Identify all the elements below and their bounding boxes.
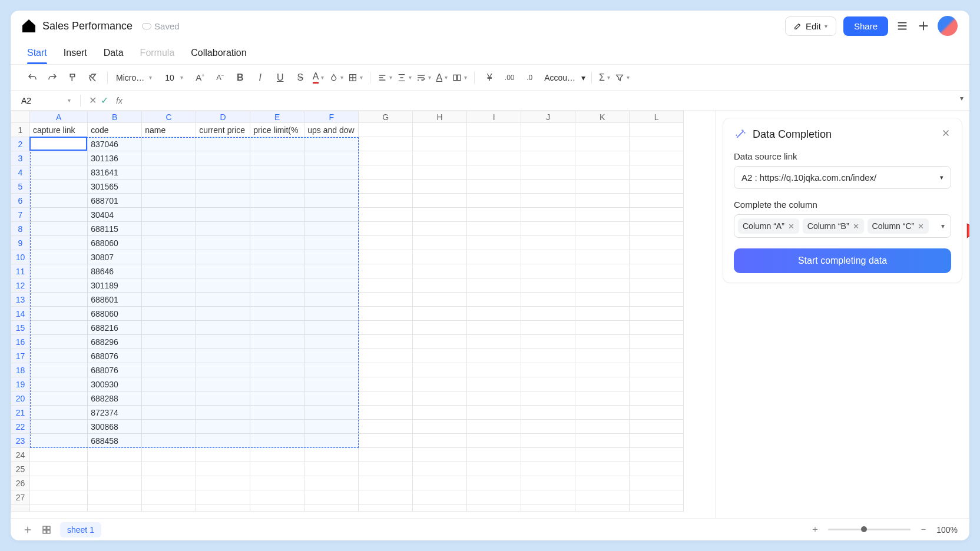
cell-J25[interactable]	[521, 462, 575, 476]
cell-I24[interactable]	[467, 448, 521, 462]
cell-L15[interactable]	[630, 321, 684, 335]
cell-J11[interactable]	[521, 264, 575, 278]
cell-D16[interactable]	[196, 335, 250, 349]
row-header-17[interactable]: 17	[11, 349, 30, 363]
cell-F27[interactable]	[304, 490, 359, 504]
cell-J6[interactable]	[521, 194, 575, 208]
cell-D2[interactable]	[196, 137, 250, 151]
column-chip[interactable]: Column “B”✕	[803, 218, 864, 234]
decimal-button[interactable]: .0	[521, 69, 538, 87]
cell-reference-box[interactable]: A2	[21, 96, 74, 105]
cell-A12[interactable]	[30, 278, 88, 293]
percent-button[interactable]: .00	[501, 69, 518, 87]
cell-I14[interactable]	[467, 307, 521, 321]
cell-G26[interactable]	[359, 476, 413, 490]
cell-H3[interactable]	[413, 151, 467, 165]
cell-K1[interactable]	[575, 123, 630, 137]
cell-B6[interactable]: 688701	[88, 194, 142, 208]
col-header-B[interactable]: B	[88, 111, 142, 123]
cell-B7[interactable]: 30404	[88, 208, 142, 222]
cell-C23[interactable]	[142, 434, 196, 448]
cell-H22[interactable]	[413, 420, 467, 434]
cell-E1[interactable]: price limit(%	[250, 123, 304, 137]
cell-C14[interactable]	[142, 307, 196, 321]
cell-L25[interactable]	[630, 462, 684, 476]
cell-L2[interactable]	[630, 137, 684, 151]
cell-G22[interactable]	[359, 420, 413, 434]
row-header-23[interactable]: 23	[11, 434, 30, 448]
cell-J4[interactable]	[521, 165, 575, 180]
cell-I23[interactable]	[467, 434, 521, 448]
cell-L26[interactable]	[630, 476, 684, 490]
row-header-1[interactable]: 1	[11, 123, 30, 137]
cell-K3[interactable]	[575, 151, 630, 165]
cell-J16[interactable]	[521, 335, 575, 349]
clear-format-button[interactable]	[84, 69, 101, 87]
row-header-15[interactable]: 15	[11, 321, 30, 335]
col-header-E[interactable]: E	[250, 111, 304, 123]
cell-G10[interactable]	[359, 250, 413, 264]
cell-H5[interactable]	[413, 180, 467, 194]
cell-C24[interactable]	[142, 448, 196, 462]
cell-J19[interactable]	[521, 377, 575, 391]
sheet-tab[interactable]: sheet 1	[60, 522, 101, 537]
add-sheet-button[interactable]	[22, 525, 33, 535]
cell-C5[interactable]	[142, 180, 196, 194]
cell-B1[interactable]: code	[88, 123, 142, 137]
cell-G21[interactable]	[359, 406, 413, 420]
cell-E19[interactable]	[250, 377, 304, 391]
cell-J12[interactable]	[521, 278, 575, 293]
cell-F6[interactable]	[304, 194, 359, 208]
cell-J8[interactable]	[521, 222, 575, 236]
cell-K8[interactable]	[575, 222, 630, 236]
row-header-24[interactable]: 24	[11, 448, 30, 462]
tab-collaboration[interactable]: Collaboration	[191, 48, 246, 58]
row-header-10[interactable]: 10	[11, 250, 30, 264]
cell-A24[interactable]	[30, 448, 88, 462]
cell-K13[interactable]	[575, 293, 630, 307]
cell-C25[interactable]	[142, 462, 196, 476]
cell-L23[interactable]	[630, 434, 684, 448]
row-header-9[interactable]: 9	[11, 236, 30, 250]
cell-I13[interactable]	[467, 293, 521, 307]
cell-H15[interactable]	[413, 321, 467, 335]
remove-chip-icon[interactable]: ✕	[918, 222, 924, 231]
cell-K21[interactable]	[575, 406, 630, 420]
cell-H7[interactable]	[413, 208, 467, 222]
cell-C17[interactable]	[142, 349, 196, 363]
chevron-down-icon[interactable]	[939, 222, 947, 230]
row-header-8[interactable]: 8	[11, 222, 30, 236]
row-header-11[interactable]: 11	[11, 264, 30, 278]
cell-J22[interactable]	[521, 420, 575, 434]
cell-G7[interactable]	[359, 208, 413, 222]
cell-B9[interactable]: 688060	[88, 236, 142, 250]
cell-A19[interactable]	[30, 377, 88, 391]
cell-E8[interactable]	[250, 222, 304, 236]
col-header-J[interactable]: J	[521, 111, 575, 123]
cell-H17[interactable]	[413, 349, 467, 363]
redo-button[interactable]	[44, 69, 61, 87]
col-header-I[interactable]: I	[467, 111, 521, 123]
cell-E10[interactable]	[250, 250, 304, 264]
tab-insert[interactable]: Insert	[64, 48, 87, 58]
h-align-button[interactable]	[376, 73, 393, 82]
cell-H24[interactable]	[413, 448, 467, 462]
strikethrough-button[interactable]: S	[292, 69, 309, 87]
currency-button[interactable]: ¥	[481, 69, 498, 87]
cell-E20[interactable]	[250, 391, 304, 406]
increase-font-button[interactable]: A+	[191, 69, 209, 87]
cell-J26[interactable]	[521, 476, 575, 490]
cell-H16[interactable]	[413, 335, 467, 349]
row-header-18[interactable]: 18	[11, 363, 30, 377]
format-painter-button[interactable]	[64, 69, 81, 87]
cell-C9[interactable]	[142, 236, 196, 250]
cell-J27[interactable]	[521, 490, 575, 504]
wrap-text-button[interactable]	[415, 73, 432, 82]
cell-H4[interactable]	[413, 165, 467, 180]
cell-C10[interactable]	[142, 250, 196, 264]
cell-F10[interactable]	[304, 250, 359, 264]
font-family-select[interactable]: Micro…	[114, 73, 154, 82]
cell-A27[interactable]	[30, 490, 88, 504]
cell-H10[interactable]	[413, 250, 467, 264]
v-align-button[interactable]	[396, 73, 413, 82]
